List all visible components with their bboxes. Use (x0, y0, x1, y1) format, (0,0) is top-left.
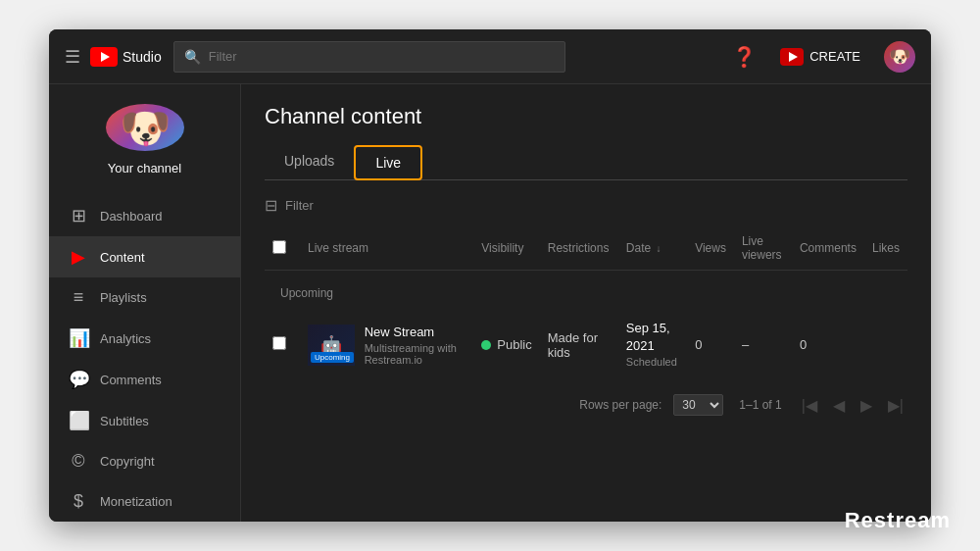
copyright-icon: © (69, 451, 88, 472)
sidebar-item-label: Copyright (100, 454, 155, 469)
visibility-label: Public (497, 337, 531, 352)
create-button[interactable]: CREATE (772, 44, 868, 70)
dashboard-icon: ⊞ (69, 205, 88, 226)
date-sub: Scheduled (626, 355, 679, 370)
visibility-cell: Public (473, 312, 539, 378)
content-icon: ▶ (69, 246, 88, 268)
row-checkbox[interactable] (272, 336, 286, 350)
row-checkbox-cell (265, 312, 300, 378)
stream-cell: 🤖 Upcoming New Stream Multistreaming wit… (300, 312, 473, 378)
filter-row: ⊟ Filter (265, 196, 907, 215)
date-cell: Sep 15, 2021 Scheduled (618, 312, 687, 378)
page-title: Channel content (265, 104, 907, 129)
channel-avatar[interactable]: 🐶 (106, 104, 184, 151)
youtube-icon (90, 47, 118, 67)
tabs: Uploads Live (265, 145, 907, 180)
help-icon[interactable]: ❓ (732, 45, 757, 69)
restream-watermark: Restream (845, 508, 951, 533)
stream-text: New Stream Multistreaming with Restream.… (365, 325, 466, 366)
rows-per-page-select[interactable]: 30 50 100 (673, 394, 723, 416)
filter-label: Filter (285, 198, 314, 213)
th-comments: Comments (792, 226, 864, 271)
last-page-button[interactable]: ▶| (884, 394, 907, 417)
search-bar[interactable]: 🔍 (173, 41, 565, 73)
sidebar-item-copyright[interactable]: © Copyright (49, 441, 240, 481)
sidebar-item-subtitles[interactable]: ⬜ Subtitles (49, 400, 240, 441)
sidebar-item-analytics[interactable]: 📊 Analytics (49, 318, 240, 359)
upcoming-badge: Upcoming (311, 352, 354, 363)
sort-arrow: ↓ (657, 243, 662, 254)
stream-title: New Stream (365, 325, 466, 339)
live-viewers-cell: – (734, 312, 792, 378)
views-cell: 0 (687, 312, 734, 378)
likes-cell (864, 312, 907, 378)
create-btn-label: CREATE (809, 49, 860, 64)
search-input[interactable] (209, 49, 555, 64)
restrictions-cell: Made for kids (540, 312, 618, 378)
date-wrapper: Sep 15, 2021 Scheduled (626, 320, 679, 371)
filter-icon: ⊟ (265, 196, 277, 215)
comments-cell: 0 (792, 312, 864, 378)
yt-logo[interactable]: Studio (90, 47, 162, 67)
th-checkbox (265, 226, 300, 271)
comments-icon: 💬 (69, 369, 88, 390)
section-label: Upcoming (265, 271, 907, 313)
menu-icon[interactable]: ☰ (65, 46, 80, 68)
th-live-viewers: Live viewers (734, 226, 792, 271)
search-icon: 🔍 (184, 49, 201, 65)
create-btn-icon (780, 48, 804, 66)
sidebar-item-label: Subtitles (100, 414, 149, 428)
page-info: 1–1 of 1 (739, 398, 781, 412)
stream-info: 🤖 Upcoming New Stream Multistreaming wit… (308, 325, 466, 366)
table-row: 🤖 Upcoming New Stream Multistreaming wit… (265, 312, 907, 378)
th-date[interactable]: Date ↓ (618, 226, 687, 271)
tab-live[interactable]: Live (354, 145, 422, 180)
select-all-checkbox[interactable] (272, 240, 286, 254)
sidebar-item-comments[interactable]: 💬 Comments (49, 359, 240, 400)
prev-page-button[interactable]: ◀ (829, 394, 849, 417)
visibility-dot (481, 340, 491, 350)
th-likes: Likes (864, 226, 907, 271)
th-stream: Live stream (300, 226, 473, 271)
sidebar-item-label: Playlists (100, 290, 147, 305)
sidebar-item-playlists[interactable]: ≡ Playlists (49, 277, 240, 318)
studio-label: Studio (122, 49, 162, 65)
sidebar-item-content[interactable]: ▶ Content (49, 236, 240, 277)
topbar: ☰ Studio 🔍 ❓ CREATE 🐶 (49, 29, 931, 84)
sidebar-nav: ⊞ Dashboard ▶ Content ≡ Playlists 📊 Anal… (49, 195, 240, 522)
subtitles-icon: ⬜ (69, 410, 88, 431)
stream-thumbnail: 🤖 Upcoming (308, 325, 355, 366)
topbar-left: ☰ Studio (65, 46, 162, 68)
visibility-wrapper: Public (481, 337, 531, 352)
rows-per-page-label: Rows per page: (579, 398, 662, 412)
sidebar-item-label: Comments (100, 373, 162, 387)
tab-uploads[interactable]: Uploads (265, 145, 354, 179)
sidebar-item-dashboard[interactable]: ⊞ Dashboard (49, 195, 240, 236)
monetization-icon: $ (69, 491, 88, 512)
pagination: Rows per page: 30 50 100 1–1 of 1 |◀ ◀ ▶… (265, 394, 907, 417)
stream-subtitle: Multistreaming with Restream.io (365, 342, 466, 366)
sidebar-item-label: Monetization (100, 494, 172, 509)
th-views: Views (687, 226, 734, 271)
th-restrictions: Restrictions (540, 226, 618, 271)
topbar-right: ❓ CREATE 🐶 (732, 41, 915, 73)
first-page-button[interactable]: |◀ (798, 394, 821, 417)
app-window: ☰ Studio 🔍 ❓ CREATE 🐶 (49, 29, 931, 522)
sidebar-item-label: Analytics (100, 331, 151, 346)
playlists-icon: ≡ (69, 287, 88, 308)
next-page-button[interactable]: ▶ (857, 394, 876, 417)
content-area: Channel content Uploads Live ⊟ Filter (241, 84, 931, 522)
date-main: Sep 15, 2021 (626, 320, 679, 355)
content-table: Live stream Visibility Restrictions Date… (265, 226, 907, 378)
sidebar-item-label: Dashboard (100, 209, 163, 224)
sidebar-item-monetization[interactable]: $ Monetization (49, 481, 240, 522)
sidebar: 🐶 Your channel ⊞ Dashboard ▶ Content ≡ P… (49, 84, 241, 522)
th-visibility: Visibility (473, 226, 539, 271)
channel-name: Your channel (108, 161, 181, 175)
analytics-icon: 📊 (69, 327, 88, 349)
sidebar-item-label: Content (100, 250, 145, 265)
avatar[interactable]: 🐶 (884, 41, 915, 73)
main-layout: 🐶 Your channel ⊞ Dashboard ▶ Content ≡ P… (49, 84, 931, 522)
